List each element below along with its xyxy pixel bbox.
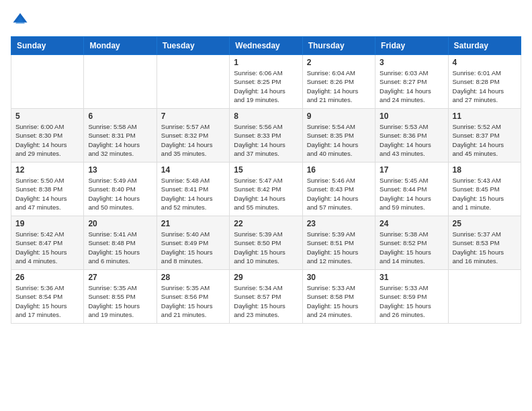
calendar-cell: 22Sunrise: 5:39 AM Sunset: 8:50 PM Dayli… [230,216,302,270]
calendar-cell: 14Sunrise: 5:48 AM Sunset: 8:41 PM Dayli… [157,163,229,216]
weekday-header: Tuesday [157,37,229,55]
day-info: Sunrise: 6:04 AM Sunset: 8:26 PM Dayligh… [307,68,371,104]
day-number: 9 [307,111,371,121]
day-info: Sunrise: 5:34 AM Sunset: 8:57 PM Dayligh… [234,283,298,319]
calendar-cell [448,270,521,324]
day-info: Sunrise: 5:33 AM Sunset: 8:59 PM Dayligh… [380,283,443,319]
day-number: 25 [453,219,517,228]
day-number: 14 [161,165,225,175]
weekday-header: Saturday [448,37,521,55]
day-info: Sunrise: 5:53 AM Sunset: 8:36 PM Dayligh… [380,122,443,158]
calendar-cell: 3Sunrise: 6:03 AM Sunset: 8:27 PM Daylig… [375,55,448,109]
day-info: Sunrise: 5:54 AM Sunset: 8:35 PM Dayligh… [307,122,371,158]
weekday-header: Monday [84,37,157,55]
day-number: 8 [234,111,298,121]
day-number: 2 [307,58,371,67]
calendar-cell: 26Sunrise: 5:36 AM Sunset: 8:54 PM Dayli… [11,270,84,324]
calendar-cell: 17Sunrise: 5:45 AM Sunset: 8:44 PM Dayli… [375,163,448,216]
calendar-cell: 11Sunrise: 5:52 AM Sunset: 8:37 PM Dayli… [448,109,521,163]
day-info: Sunrise: 5:46 AM Sunset: 8:43 PM Dayligh… [307,176,371,212]
day-info: Sunrise: 5:41 AM Sunset: 8:48 PM Dayligh… [88,230,152,265]
calendar-cell: 21Sunrise: 5:40 AM Sunset: 8:49 PM Dayli… [157,216,229,270]
day-info: Sunrise: 5:40 AM Sunset: 8:49 PM Dayligh… [161,230,225,265]
calendar-cell: 29Sunrise: 5:34 AM Sunset: 8:57 PM Dayli… [230,270,302,324]
day-number: 5 [15,111,79,121]
day-number: 15 [234,165,298,175]
calendar-cell: 16Sunrise: 5:46 AM Sunset: 8:43 PM Dayli… [302,163,375,216]
calendar-cell: 10Sunrise: 5:53 AM Sunset: 8:36 PM Dayli… [375,109,448,163]
day-info: Sunrise: 6:03 AM Sunset: 8:27 PM Dayligh… [380,68,443,104]
logo-icon [11,11,30,30]
day-info: Sunrise: 5:39 AM Sunset: 8:51 PM Dayligh… [307,230,371,265]
day-info: Sunrise: 5:45 AM Sunset: 8:44 PM Dayligh… [380,176,443,212]
calendar-cell: 27Sunrise: 5:35 AM Sunset: 8:55 PM Dayli… [84,270,157,324]
day-info: Sunrise: 5:50 AM Sunset: 8:38 PM Dayligh… [15,176,79,212]
weekday-header: Thursday [302,37,375,55]
day-info: Sunrise: 5:36 AM Sunset: 8:54 PM Dayligh… [15,283,79,319]
calendar-cell: 1Sunrise: 6:06 AM Sunset: 8:25 PM Daylig… [230,55,302,109]
calendar-cell: 30Sunrise: 5:33 AM Sunset: 8:58 PM Dayli… [302,270,375,324]
day-number: 10 [380,111,443,121]
day-info: Sunrise: 5:37 AM Sunset: 8:53 PM Dayligh… [453,230,517,265]
day-number: 11 [453,111,517,121]
day-info: Sunrise: 5:35 AM Sunset: 8:55 PM Dayligh… [88,283,152,319]
calendar-cell: 4Sunrise: 6:01 AM Sunset: 8:28 PM Daylig… [448,55,521,109]
day-number: 23 [307,219,371,228]
day-number: 22 [234,219,298,228]
calendar-cell [11,55,84,109]
day-number: 3 [380,58,443,67]
day-info: Sunrise: 5:52 AM Sunset: 8:37 PM Dayligh… [453,122,517,158]
day-number: 19 [15,219,79,228]
day-number: 1 [234,58,298,67]
calendar-cell: 12Sunrise: 5:50 AM Sunset: 8:38 PM Dayli… [11,163,84,216]
day-number: 26 [15,273,79,282]
weekday-header: Wednesday [230,37,302,55]
day-info: Sunrise: 5:58 AM Sunset: 8:31 PM Dayligh… [88,122,152,158]
day-number: 30 [307,273,371,282]
calendar-cell: 20Sunrise: 5:41 AM Sunset: 8:48 PM Dayli… [84,216,157,270]
day-number: 29 [234,273,298,282]
day-number: 12 [15,165,79,175]
calendar-cell: 24Sunrise: 5:38 AM Sunset: 8:52 PM Dayli… [375,216,448,270]
day-number: 18 [453,165,517,175]
day-number: 7 [161,111,225,121]
calendar-cell [84,55,157,109]
day-info: Sunrise: 5:49 AM Sunset: 8:40 PM Dayligh… [88,176,152,212]
page-header [11,11,521,30]
day-info: Sunrise: 6:01 AM Sunset: 8:28 PM Dayligh… [453,68,517,104]
day-number: 4 [453,58,517,67]
calendar-week-row: 26Sunrise: 5:36 AM Sunset: 8:54 PM Dayli… [11,270,521,324]
day-info: Sunrise: 5:43 AM Sunset: 8:45 PM Dayligh… [453,176,517,212]
day-info: Sunrise: 5:47 AM Sunset: 8:42 PM Dayligh… [234,176,298,212]
calendar-cell: 18Sunrise: 5:43 AM Sunset: 8:45 PM Dayli… [448,163,521,216]
day-number: 28 [161,273,225,282]
calendar-week-row: 12Sunrise: 5:50 AM Sunset: 8:38 PM Dayli… [11,163,521,216]
calendar-cell: 28Sunrise: 5:35 AM Sunset: 8:56 PM Dayli… [157,270,229,324]
calendar-cell [157,55,229,109]
calendar-cell: 31Sunrise: 5:33 AM Sunset: 8:59 PM Dayli… [375,270,448,324]
calendar-week-row: 19Sunrise: 5:42 AM Sunset: 8:47 PM Dayli… [11,216,521,270]
day-info: Sunrise: 5:33 AM Sunset: 8:58 PM Dayligh… [307,283,371,319]
calendar-cell: 2Sunrise: 6:04 AM Sunset: 8:26 PM Daylig… [302,55,375,109]
calendar-cell: 25Sunrise: 5:37 AM Sunset: 8:53 PM Dayli… [448,216,521,270]
calendar-cell: 19Sunrise: 5:42 AM Sunset: 8:47 PM Dayli… [11,216,84,270]
calendar-cell: 8Sunrise: 5:56 AM Sunset: 8:33 PM Daylig… [230,109,302,163]
day-number: 16 [307,165,371,175]
day-number: 31 [380,273,443,282]
day-info: Sunrise: 6:06 AM Sunset: 8:25 PM Dayligh… [234,68,298,104]
day-info: Sunrise: 5:57 AM Sunset: 8:32 PM Dayligh… [161,122,225,158]
day-number: 21 [161,219,225,228]
calendar-week-row: 1Sunrise: 6:06 AM Sunset: 8:25 PM Daylig… [11,55,521,109]
calendar-cell: 5Sunrise: 6:00 AM Sunset: 8:30 PM Daylig… [11,109,84,163]
day-number: 20 [88,219,152,228]
weekday-header: Sunday [11,37,84,55]
calendar-table: SundayMondayTuesdayWednesdayThursdayFrid… [11,36,521,324]
day-number: 24 [380,219,443,228]
calendar-cell: 6Sunrise: 5:58 AM Sunset: 8:31 PM Daylig… [84,109,157,163]
day-info: Sunrise: 6:00 AM Sunset: 8:30 PM Dayligh… [15,122,79,158]
day-info: Sunrise: 5:48 AM Sunset: 8:41 PM Dayligh… [161,176,225,212]
calendar-cell: 7Sunrise: 5:57 AM Sunset: 8:32 PM Daylig… [157,109,229,163]
calendar-cell: 15Sunrise: 5:47 AM Sunset: 8:42 PM Dayli… [230,163,302,216]
calendar-cell: 9Sunrise: 5:54 AM Sunset: 8:35 PM Daylig… [302,109,375,163]
day-number: 17 [380,165,443,175]
